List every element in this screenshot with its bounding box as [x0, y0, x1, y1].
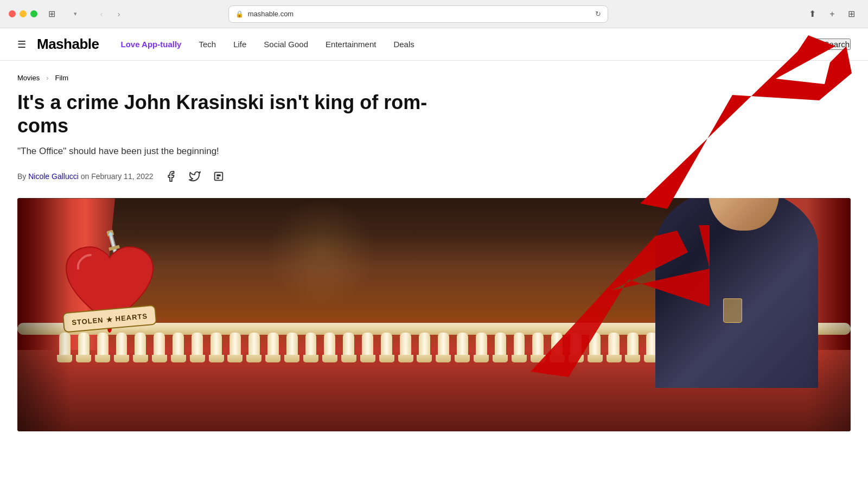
site-logo[interactable]: Mashable: [37, 36, 99, 53]
back-button[interactable]: ‹: [94, 7, 109, 22]
glass-prop: [723, 298, 742, 323]
traffic-lights: [9, 10, 37, 17]
stage-light-effect: [267, 198, 376, 307]
svg-line-1: [818, 46, 820, 48]
article-byline: By Nicole Gallucci on February 11, 2022: [17, 172, 154, 181]
browser-chrome: ⊞ ▾ ‹ › 🔒 mashable.com ↻ ⬆ + ⊞: [0, 0, 868, 28]
nav-item-life[interactable]: Life: [233, 40, 246, 49]
person-head: [709, 198, 779, 231]
social-share-icons: [162, 168, 227, 185]
nav-item-love-app-tually[interactable]: Love App-tually: [121, 40, 182, 49]
forward-button[interactable]: ›: [111, 7, 126, 22]
share-button[interactable]: ⬆: [805, 7, 820, 22]
article-hero-image: STOLEN ★ HEARTS: [17, 198, 851, 431]
hamburger-menu-button[interactable]: ☰: [17, 39, 26, 50]
nav-item-entertainment[interactable]: Entertainment: [326, 40, 376, 49]
person-figure: [655, 198, 818, 388]
url-display: mashable.com: [248, 10, 294, 18]
nav-item-deals[interactable]: Deals: [393, 40, 414, 49]
flipboard-share-icon[interactable]: [210, 168, 227, 185]
reload-button[interactable]: ↻: [595, 10, 601, 18]
article-content: Movies›Film It's a crime John Krasinski …: [0, 61, 488, 185]
nav-item-social-good[interactable]: Social Good: [264, 40, 308, 49]
svg-point-0: [813, 41, 818, 46]
new-tab-button[interactable]: +: [825, 7, 840, 22]
chevron-down-icon[interactable]: ▾: [68, 7, 83, 22]
top-navigation: ☰ Mashable Love App-tually Tech Life Soc…: [0, 28, 868, 61]
grid-view-button[interactable]: ⊞: [844, 7, 859, 22]
fullscreen-button[interactable]: [30, 10, 37, 17]
twitter-share-icon[interactable]: [186, 168, 203, 185]
article-meta: By Nicole Gallucci on February 11, 2022: [17, 168, 471, 185]
image-overlay-left: [17, 198, 72, 431]
article-title: It's a crime John Krasinski isn't king o…: [17, 91, 471, 137]
close-button[interactable]: [9, 10, 16, 17]
minimize-button[interactable]: [20, 10, 27, 17]
website-content: ☰ Mashable Love App-tually Tech Life Soc…: [0, 28, 868, 431]
search-button[interactable]: Search: [810, 39, 851, 50]
browser-navigation: ‹ ›: [94, 7, 126, 22]
svg-rect-3: [216, 175, 220, 177]
lock-icon: 🔒: [235, 10, 244, 18]
image-overlay-right: [807, 198, 851, 431]
svg-rect-4: [216, 177, 219, 179]
breadcrumb-film[interactable]: Film: [55, 74, 69, 82]
facebook-share-icon[interactable]: [162, 168, 180, 185]
search-icon: [812, 40, 820, 49]
author-link[interactable]: Nicole Gallucci: [28, 172, 79, 181]
sidebar-toggle-icon[interactable]: ⊞: [44, 7, 59, 22]
browser-actions: ⬆ + ⊞: [805, 7, 859, 22]
breadcrumb: Movies›Film: [17, 74, 471, 82]
address-bar[interactable]: 🔒 mashable.com ↻: [228, 5, 608, 23]
nav-item-tech[interactable]: Tech: [199, 40, 216, 49]
theater-scene-bg: STOLEN ★ HEARTS: [17, 198, 851, 431]
article-subtitle: "The Office" should have been just the b…: [17, 146, 471, 157]
nav-links: Love App-tually Tech Life Social Good En…: [121, 40, 414, 49]
breadcrumb-movies[interactable]: Movies: [17, 74, 40, 82]
